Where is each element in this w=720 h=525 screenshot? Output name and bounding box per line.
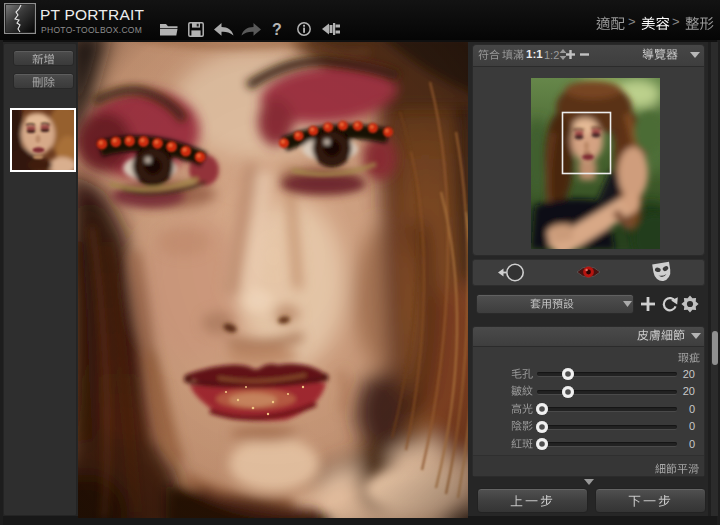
- svg-text:?: ?: [272, 21, 282, 38]
